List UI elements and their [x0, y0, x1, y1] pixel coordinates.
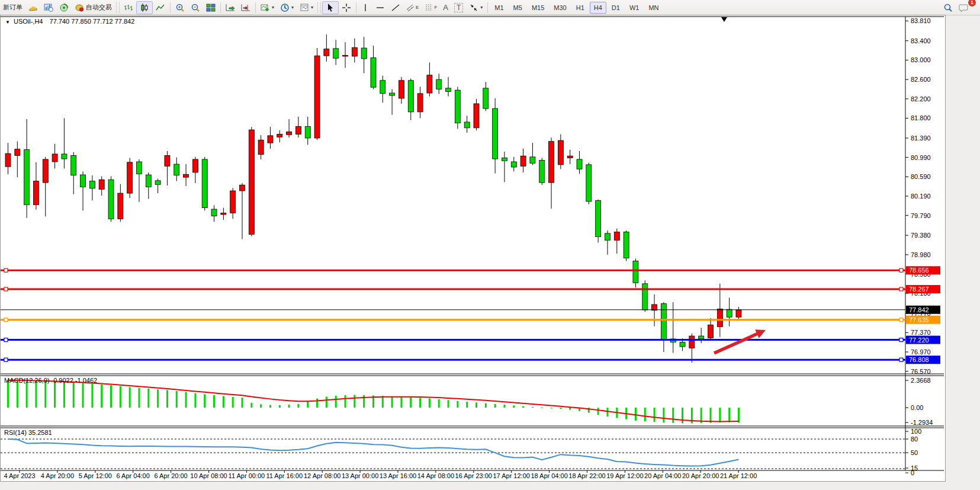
zoom-in-button[interactable] [172, 2, 188, 14]
candle-bull [258, 140, 264, 155]
timeframe-m1-button[interactable]: M1 [490, 2, 507, 14]
candle-bull [343, 55, 348, 56]
candle-bear [605, 233, 610, 240]
ohlc-values: 77.740 77.850 77.712 77.842 [50, 18, 135, 25]
time-tick-label[interactable]: 14 Apr 08:00 [417, 472, 454, 479]
time-tick-label[interactable]: 12 Apr 08:00 [304, 472, 340, 479]
notifications-button[interactable]: 1 [956, 2, 972, 14]
timeframe-mn-button[interactable]: MN [644, 2, 663, 14]
timeframe-h4-button[interactable]: H4 [590, 2, 606, 14]
timeframe-m5-button[interactable]: M5 [509, 2, 526, 14]
time-tick-label[interactable]: 11 Apr 00:00 [229, 472, 265, 479]
timeframe-w1-button[interactable]: W1 [625, 2, 644, 14]
dropdown-caret: ▾ [291, 5, 294, 10]
toolbar-separator [356, 2, 356, 13]
new-order-button[interactable]: 新订单 [0, 2, 25, 13]
macd-histogram-bar [120, 386, 121, 408]
timeframe-d1-button[interactable]: D1 [608, 2, 624, 14]
time-tick-label[interactable]: 21 Apr 12:00 [720, 472, 757, 479]
time-tick-label[interactable]: 6 Apr 20:00 [154, 472, 187, 479]
market-watch-icon[interactable] [41, 2, 56, 14]
chart-canvas[interactable]: 83.81083.40083.00082.60082.20081.80081.3… [1, 15, 945, 481]
time-tick-label[interactable]: 6 Apr 04:00 [117, 472, 150, 479]
auto-scroll-button[interactable] [223, 2, 238, 14]
macd-histogram-bar [17, 380, 18, 408]
timeframe-m30-button[interactable]: M30 [550, 2, 570, 14]
candle-bull [99, 180, 104, 189]
templates-button[interactable]: ▾ [297, 2, 316, 14]
chart-shift-button[interactable] [238, 2, 253, 14]
candle-bull [689, 336, 695, 348]
vertical-line-tool[interactable] [358, 2, 372, 14]
toolbar-grip[interactable] [116, 2, 120, 13]
timeframe-m15-button[interactable]: M15 [528, 2, 548, 14]
candle-bear [202, 159, 207, 208]
bar-chart-button[interactable] [121, 2, 136, 14]
candle-bull [221, 213, 226, 214]
line-handle[interactable] [899, 358, 903, 361]
periods-button[interactable]: ▾ [277, 2, 297, 14]
line-handle[interactable] [4, 287, 8, 291]
time-tick-label[interactable]: 16 Apr 23:00 [455, 472, 492, 479]
chart-shift-marker[interactable] [721, 17, 727, 22]
trend-arrow-shaft[interactable] [714, 333, 759, 353]
trendline-tool[interactable] [388, 2, 403, 14]
order-history-icon[interactable] [25, 2, 41, 14]
time-tick-label[interactable]: 4 Apr 2023 [4, 472, 35, 479]
macd-histogram-bar [157, 389, 159, 408]
new-order-label: 新订单 [3, 3, 23, 12]
crosshair-tool-button[interactable] [339, 2, 354, 14]
auto-trading-label: 自动交易 [86, 3, 112, 12]
search-icon[interactable] [940, 2, 956, 14]
time-tick-label[interactable]: 20 Apr 20:00 [682, 472, 719, 479]
timeframe-h1-button[interactable]: H1 [572, 2, 589, 14]
zoom-out-button[interactable] [188, 2, 203, 14]
line-handle[interactable] [4, 268, 8, 272]
time-tick-label[interactable]: 18 Apr 04:00 [531, 472, 567, 479]
line-handle[interactable] [4, 338, 8, 342]
candlestick-chart-button[interactable] [136, 1, 153, 14]
line-handle[interactable] [4, 318, 8, 322]
symbol-dropdown-icon[interactable]: ▼ [5, 20, 10, 25]
time-tick-label[interactable]: 13 Apr 00:00 [342, 472, 378, 479]
price-tick-label: 79.380 [911, 232, 931, 239]
line-chart-button[interactable] [153, 2, 168, 14]
macd-histogram-bar [185, 392, 187, 408]
time-tick-label[interactable]: 10 Apr 08:00 [190, 472, 227, 479]
chart-header: ▼ USOil-,H4 77.740 77.850 77.712 77.842 [5, 18, 134, 25]
price-label-text: 78.267 [909, 286, 929, 293]
time-tick-label[interactable]: 19 Apr 12:00 [606, 472, 643, 479]
text-tool[interactable]: A [440, 2, 451, 13]
equidistant-channel-tool[interactable]: E [403, 2, 422, 14]
macd-histogram-bar [194, 393, 196, 408]
arrows-tool[interactable]: ▾ [466, 2, 486, 14]
line-handle[interactable] [4, 358, 8, 361]
data-window-icon[interactable] [56, 2, 72, 14]
macd-histogram-bar [260, 404, 262, 408]
candle-bull [52, 154, 57, 162]
line-handle[interactable] [899, 287, 903, 291]
indicators-button[interactable]: ▾ [258, 2, 277, 14]
line-handle[interactable] [899, 268, 903, 272]
auto-trading-button[interactable]: 自动交易 [72, 2, 115, 14]
macd-histogram-bar [606, 408, 608, 417]
cursor-tool-button[interactable] [322, 1, 339, 14]
time-tick-label[interactable]: 18 Apr 22:00 [568, 472, 605, 479]
fibonacci-tool[interactable]: F [422, 2, 440, 14]
time-tick-label[interactable]: 5 Apr 12:00 [79, 472, 112, 479]
time-tick-label[interactable]: 13 Apr 16:00 [380, 472, 416, 479]
line-handle[interactable] [899, 318, 903, 322]
notification-badge: 1 [968, 0, 976, 7]
toolbar-grip[interactable] [317, 2, 321, 13]
candle-bull [127, 162, 133, 193]
macd-histogram-bar [438, 399, 440, 408]
time-tick-label[interactable]: 4 Apr 20:00 [41, 472, 74, 479]
time-tick-label[interactable]: 20 Apr 04:00 [644, 472, 681, 479]
text-label-tool[interactable]: T [451, 2, 466, 14]
time-tick-label[interactable]: 11 Apr 16:00 [266, 472, 303, 479]
tile-windows-button[interactable] [203, 2, 219, 14]
line-handle[interactable] [899, 338, 903, 342]
macd-histogram-bar [297, 404, 299, 408]
time-tick-label[interactable]: 17 Apr 12:00 [493, 472, 530, 479]
horizontal-line-tool[interactable] [372, 2, 388, 14]
